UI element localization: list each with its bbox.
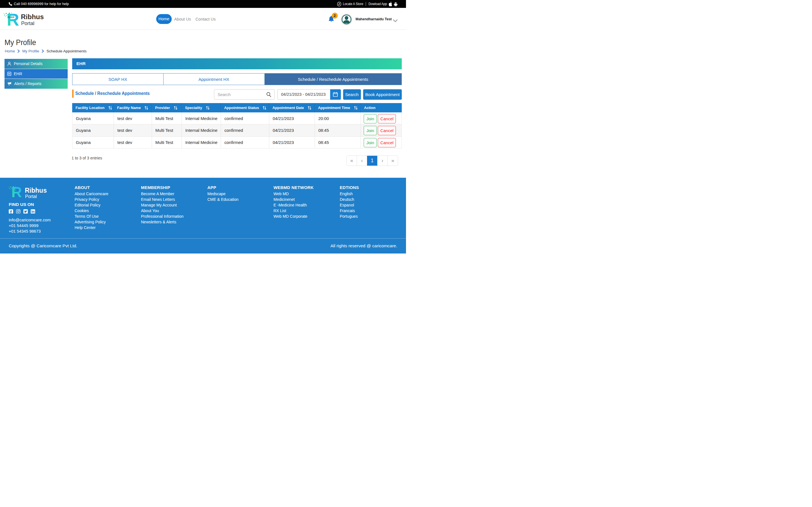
- svg-text:R: R: [7, 12, 19, 26]
- svg-text:HUS: HUS: [12, 188, 16, 191]
- svg-text:R: R: [11, 185, 21, 198]
- svg-text:IBHUS: IBHUS: [8, 16, 15, 18]
